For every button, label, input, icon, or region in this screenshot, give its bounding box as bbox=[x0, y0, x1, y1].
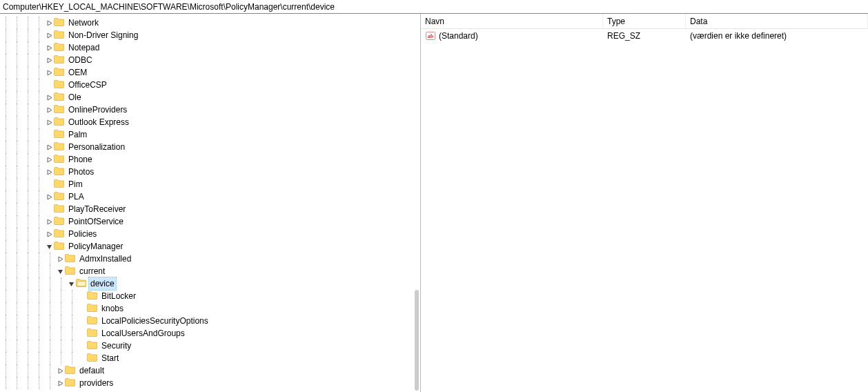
tree-node-label[interactable]: providers bbox=[78, 377, 115, 389]
tree-node[interactable]: Outlook Express bbox=[0, 116, 420, 128]
chevron-right-icon[interactable] bbox=[44, 166, 54, 178]
tree-node-label[interactable]: Ole bbox=[67, 91, 83, 104]
values-pane[interactable]: Navn Type Data ab(Standard)REG_SZ(værdie… bbox=[421, 14, 868, 392]
svg-text:ab: ab bbox=[428, 33, 434, 39]
tree-node[interactable]: Photos bbox=[0, 166, 420, 178]
tree-node[interactable]: Pim bbox=[0, 178, 420, 190]
tree-node-label[interactable]: Pim bbox=[67, 178, 84, 190]
tree-node[interactable]: BitLocker bbox=[0, 290, 420, 302]
tree-node[interactable]: Palm bbox=[0, 128, 420, 141]
chevron-down-icon[interactable] bbox=[55, 265, 65, 277]
value-name: (Standard) bbox=[439, 31, 478, 41]
string-value-icon: ab bbox=[425, 30, 436, 41]
tree-node-label[interactable]: Start bbox=[100, 352, 120, 364]
column-header-data[interactable]: Data bbox=[686, 14, 868, 28]
tree-node[interactable]: Policies bbox=[0, 228, 420, 240]
chevron-right-icon[interactable] bbox=[44, 190, 54, 203]
tree-node-label[interactable]: ODBC bbox=[67, 54, 94, 66]
tree-node-label[interactable]: Palm bbox=[67, 128, 88, 141]
tree-node-label[interactable]: PolicyManager bbox=[67, 240, 124, 253]
chevron-right-icon[interactable] bbox=[44, 104, 54, 116]
tree-node[interactable]: OnlineProviders bbox=[0, 104, 420, 116]
tree-node[interactable]: Phone bbox=[0, 153, 420, 166]
tree-node-label[interactable]: Photos bbox=[67, 166, 95, 178]
tree-node-label[interactable]: PointOfService bbox=[67, 215, 125, 228]
tree-node-label[interactable]: Non-Driver Signing bbox=[67, 29, 139, 41]
value-type: REG_SZ bbox=[607, 31, 640, 41]
tree-node[interactable]: AdmxInstalled bbox=[0, 253, 420, 265]
tree-node-label[interactable]: LocalUsersAndGroups bbox=[100, 327, 186, 340]
column-header-type[interactable]: Type bbox=[603, 14, 686, 28]
chevron-right-icon[interactable] bbox=[44, 17, 54, 29]
tree-node[interactable]: device bbox=[0, 277, 420, 290]
tree-node[interactable]: ODBC bbox=[0, 54, 420, 66]
address-bar-text: Computer\HKEY_LOCAL_MACHINE\SOFTWARE\Mic… bbox=[3, 2, 335, 12]
tree-node-label[interactable]: LocalPoliciesSecurityOptions bbox=[100, 315, 210, 327]
tree-node[interactable]: Security bbox=[0, 340, 420, 352]
main-split: NetworkNon-Driver SigningNotepadODBCOEMO… bbox=[0, 14, 868, 392]
tree-node[interactable]: PLA bbox=[0, 190, 420, 203]
chevron-right-icon[interactable] bbox=[44, 41, 54, 54]
tree-node-label[interactable]: default bbox=[78, 364, 106, 377]
chevron-right-icon[interactable] bbox=[44, 228, 54, 240]
tree-scrollbar-thumb[interactable] bbox=[415, 290, 419, 391]
tree-node-label[interactable]: OnlineProviders bbox=[67, 104, 128, 116]
value-data: (værdien er ikke defineret) bbox=[690, 31, 787, 41]
tree-node-label[interactable]: Security bbox=[100, 340, 132, 352]
registry-tree[interactable]: NetworkNon-Driver SigningNotepadODBCOEMO… bbox=[0, 17, 420, 389]
values-header[interactable]: Navn Type Data bbox=[421, 14, 868, 29]
chevron-right-icon[interactable] bbox=[55, 377, 65, 389]
tree-node[interactable]: LocalUsersAndGroups bbox=[0, 327, 420, 340]
tree-node[interactable]: PolicyManager bbox=[0, 240, 420, 253]
tree-node[interactable]: providers bbox=[0, 377, 420, 389]
tree-node-label[interactable]: Policies bbox=[67, 228, 98, 240]
tree-node[interactable]: PlayToReceiver bbox=[0, 203, 420, 215]
tree-node[interactable]: PointOfService bbox=[0, 215, 420, 228]
chevron-right-icon[interactable] bbox=[55, 364, 65, 377]
tree-node[interactable]: OfficeCSP bbox=[0, 79, 420, 91]
tree-node[interactable]: default bbox=[0, 364, 420, 377]
tree-node-label[interactable]: Notepad bbox=[67, 41, 101, 54]
chevron-right-icon[interactable] bbox=[44, 141, 54, 153]
tree-node-label[interactable]: OEM bbox=[67, 66, 88, 79]
tree-node-label[interactable]: device bbox=[89, 277, 116, 290]
tree-pane[interactable]: NetworkNon-Driver SigningNotepadODBCOEMO… bbox=[0, 14, 421, 392]
chevron-right-icon[interactable] bbox=[55, 253, 65, 265]
tree-node[interactable]: OEM bbox=[0, 66, 420, 79]
column-header-name[interactable]: Navn bbox=[421, 14, 603, 28]
folder-icon bbox=[87, 351, 100, 366]
tree-node[interactable]: LocalPoliciesSecurityOptions bbox=[0, 315, 420, 327]
value-row[interactable]: ab(Standard)REG_SZ(værdien er ikke defin… bbox=[421, 29, 868, 43]
chevron-right-icon[interactable] bbox=[44, 66, 54, 79]
chevron-down-icon[interactable] bbox=[44, 240, 54, 253]
tree-node-label[interactable]: Outlook Express bbox=[67, 116, 130, 128]
tree-node[interactable]: current bbox=[0, 265, 420, 277]
tree-node-label[interactable]: Personalization bbox=[67, 141, 126, 153]
tree-node-label[interactable]: AdmxInstalled bbox=[78, 253, 132, 265]
values-list[interactable]: ab(Standard)REG_SZ(værdien er ikke defin… bbox=[421, 29, 868, 43]
address-bar[interactable]: Computer\HKEY_LOCAL_MACHINE\SOFTWARE\Mic… bbox=[0, 0, 868, 14]
chevron-right-icon[interactable] bbox=[44, 29, 54, 41]
tree-node-label[interactable]: BitLocker bbox=[100, 290, 137, 302]
tree-node[interactable]: Personalization bbox=[0, 141, 420, 153]
chevron-right-icon[interactable] bbox=[44, 91, 54, 104]
tree-node-label[interactable]: OfficeCSP bbox=[67, 79, 108, 91]
tree-node-label[interactable]: current bbox=[78, 265, 106, 277]
tree-node-label[interactable]: knobs bbox=[100, 302, 125, 315]
chevron-right-icon[interactable] bbox=[44, 215, 54, 228]
tree-node[interactable]: Start bbox=[0, 352, 420, 364]
tree-node[interactable]: Notepad bbox=[0, 41, 420, 54]
tree-node[interactable]: Network bbox=[0, 17, 420, 29]
tree-node[interactable]: knobs bbox=[0, 302, 420, 315]
tree-node-label[interactable]: Phone bbox=[67, 153, 94, 166]
chevron-down-icon[interactable] bbox=[66, 277, 76, 290]
chevron-right-icon[interactable] bbox=[44, 153, 54, 166]
tree-node[interactable]: Ole bbox=[0, 91, 420, 104]
chevron-right-icon[interactable] bbox=[44, 54, 54, 66]
folder-icon bbox=[65, 376, 78, 391]
tree-node-label[interactable]: PlayToReceiver bbox=[67, 203, 127, 215]
tree-node-label[interactable]: PLA bbox=[67, 190, 86, 203]
chevron-right-icon[interactable] bbox=[44, 116, 54, 128]
tree-node[interactable]: Non-Driver Signing bbox=[0, 29, 420, 41]
tree-node-label[interactable]: Network bbox=[67, 17, 100, 29]
